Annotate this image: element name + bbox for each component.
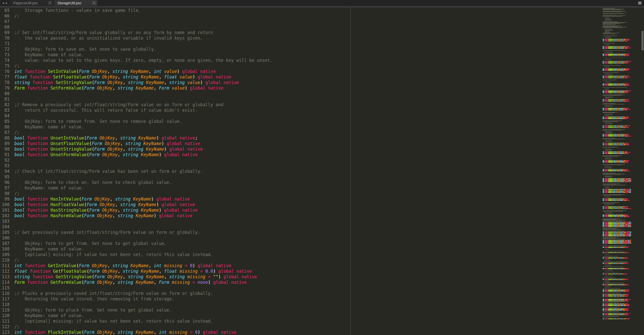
nav-back-icon[interactable]: ◀ [2,2,4,4]
code-line[interactable]: 91bool function UnsetFormValue(Form ObjK… [0,152,273,157]
code-line[interactable]: 88bool function UnsetIntValue(Form ObjKe… [0,135,273,141]
code-line[interactable]: 81 [0,96,273,102]
code-line[interactable]: 123int function PluckIntValue(Form ObjKe… [0,329,273,335]
code-line[interactable]: 85 ObjKey: form to remove from. Set none… [0,119,273,124]
minimap-line [603,251,631,252]
code-line[interactable]: 80 [0,91,273,96]
code-line[interactable]: 104 [0,224,273,230]
code-line[interactable]: 74 value: value to set to the given keys… [0,58,273,63]
code-line[interactable]: 90bool function UnsetStringValue(Form Ob… [0,146,273,152]
minimap-line [603,117,631,118]
minimap-line [603,33,631,33]
minimap-line [603,198,631,198]
code-line[interactable]: 82;/ Remove a previously set int/float/s… [0,102,273,107]
minimap-line [603,85,631,85]
minimap-line [603,261,631,261]
code-line[interactable]: 114Form function GetFormValue(Form ObjKe… [0,280,273,285]
code-line[interactable]: 119 ObjKey: form to pluck from. Set none… [0,307,273,313]
minimap-line [603,22,631,23]
code-line[interactable]: 86 KeyName: name of value. [0,124,273,130]
code-line[interactable]: 95 [0,174,273,180]
minimap-line [603,243,631,244]
code-line[interactable]: 78string function SetStringValue(Form Ob… [0,80,273,85]
code-area[interactable]: 65 Storage functions - values in save ga… [0,8,273,335]
minimap-line [603,241,631,242]
close-icon[interactable]: × [48,1,52,5]
line-number: 73 [0,52,10,58]
code-line[interactable]: 112float function GetFloatValue(Form Obj… [0,268,273,274]
minimap-line [603,133,631,133]
code-line[interactable]: 83 return if successful. This will retur… [0,107,273,113]
code-line[interactable]: 121 [optional] missing: if value has not… [0,318,273,324]
line-number: 118 [0,302,10,307]
code-line[interactable]: 77float function SetFloatValue(Form ObjK… [0,74,273,80]
code-line[interactable]: 100bool function HasFloatValue(Form ObjK… [0,202,273,207]
minimap-line [603,88,631,88]
code-line[interactable]: 107 ObjKey: form to get from. Set none t… [0,241,273,246]
tab-storageutil[interactable]: StorageUtil.psc × [54,0,98,6]
code-line[interactable]: 70 the value passed, or as uninitialized… [0,35,273,41]
code-line[interactable]: 71 [0,41,273,46]
minimap-line [603,298,631,298]
minimap-line [603,167,631,168]
line-number: 88 [0,135,10,141]
code-line[interactable]: 102bool function HasFormValue(Form ObjKe… [0,213,273,218]
minimap-line [603,318,631,318]
tab-overflow-menu-icon[interactable] [638,1,642,5]
code-line[interactable]: 65 Storage functions - values in save ga… [0,8,273,13]
code-line[interactable]: 79Form function SetFormValue(Form ObjKey… [0,85,273,91]
code-line[interactable]: 96 ObjKey: form to check on. Set none to… [0,180,273,185]
code-line[interactable]: 76int function SetIntValue(Form ObjKey, … [0,69,273,74]
code-line[interactable]: 101bool function HasStringValue(Form Obj… [0,207,273,213]
code-line[interactable]: 94;/ Check if int/float/string/Form valu… [0,169,273,174]
minimap-line [603,153,631,154]
code-line[interactable]: 116;/ Plucks a previously saved int/floa… [0,291,273,296]
code-line[interactable]: 120 KeyName: name of value. [0,313,273,318]
close-icon[interactable]: × [92,1,96,5]
code-line[interactable]: 89bool function UnsetFloatValue(Form Obj… [0,141,273,146]
code-line[interactable]: 106 [0,235,273,241]
code-line[interactable]: 108 KeyName: name of value. [0,246,273,252]
nav-forward-icon[interactable]: ▶ [6,2,8,4]
minimap-line [603,91,631,92]
code-line[interactable]: 66/; [0,13,273,19]
code-line[interactable]: 122/; [0,324,273,329]
tab-papyrusutil[interactable]: PapyrusUtil.psc × [10,0,54,6]
minimap-line [603,105,631,106]
code-line[interactable]: 115 [0,285,273,291]
code-line[interactable]: 73 KeyName: name of value. [0,52,273,58]
minimap-line [603,38,631,38]
code-line[interactable]: 118 [0,302,273,307]
code-line[interactable]: 99bool function HasIntValue(Form ObjKey,… [0,196,273,202]
code-line[interactable]: 110/; [0,257,273,263]
minimap-line [603,36,631,36]
code-line[interactable]: 75/; [0,63,273,69]
minimap-line [603,86,631,86]
code-line[interactable]: 92 [0,157,273,163]
code-line[interactable]: 109 [optional] missing: if value has not… [0,252,273,257]
minimap-line [603,21,631,22]
minimap-line [603,237,631,237]
minimap-line [603,224,631,224]
code-line[interactable]: 113string function GetStringValue(Form O… [0,274,273,280]
code-line[interactable]: 105;/ Get previously saved int/float/str… [0,230,273,235]
minimap[interactable] [603,8,631,335]
code-line[interactable]: 93 [0,163,273,169]
code-line[interactable]: 111int function GetIntValue(Form ObjKey,… [0,263,273,268]
code-line[interactable]: 103 [0,218,273,224]
minimap-line [603,24,631,25]
minimap-line [603,177,631,177]
code-line[interactable]: 84 [0,113,273,119]
code-line[interactable]: 68 [0,24,273,30]
scrollbar-thumb[interactable] [641,31,643,50]
code-line[interactable]: 98/; [0,191,273,196]
code-line[interactable]: 117 Returning the value stored, then rem… [0,296,273,302]
code-line[interactable]: 72 ObjKey: form to save on. Set none to … [0,46,273,52]
minimap-line [603,149,631,149]
code-line[interactable]: 69;/ Set int/float/string/Form value glo… [0,30,273,35]
line-number: 97 [0,185,10,191]
code-line[interactable]: 67 [0,19,273,24]
line-number: 78 [0,80,10,85]
code-line[interactable]: 87/; [0,130,273,135]
code-line[interactable]: 97 KeyName: name of value. [0,185,273,191]
